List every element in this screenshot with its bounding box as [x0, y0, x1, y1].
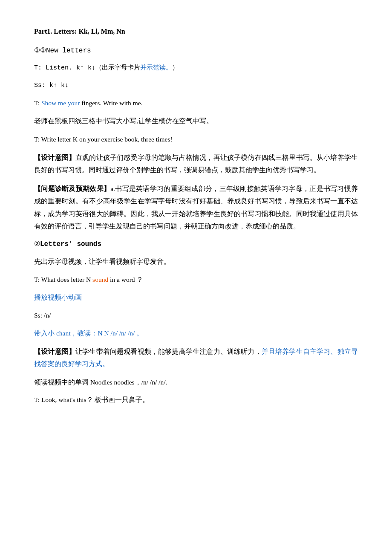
what-does-prefix: T: What does letter N — [34, 276, 92, 283]
design-text-2-prefix: 让学生带着问题观看视频，能够提高学生注意力、训练听力， — [75, 348, 262, 355]
heading-new-letters: ①①New letters — [34, 45, 358, 57]
design-bracket-1: 【设计意图】 — [34, 154, 75, 161]
ss-n-line: Ss: /n/ — [34, 309, 358, 321]
ss-k-text: Ss: k↑ k↓ — [34, 82, 69, 89]
write-letter-k-line: T: Write letter K on your exercise book,… — [34, 133, 358, 145]
t-prefix: T: — [34, 99, 41, 107]
listen-paren-close: ） — [172, 64, 179, 72]
heading-letters-sounds: ②Letters' sounds — [34, 238, 358, 251]
circle-number-1: ① — [34, 47, 40, 55]
what-does-n-sound-line: T: What does letter N sound in a word ？ — [34, 274, 358, 286]
sound-highlight: sound — [92, 276, 108, 283]
show-me-link[interactable]: Show me your — [41, 99, 81, 107]
blackboard-instruction: 老师在黑板四线三格中书写大小写,让学生模仿在空气中写。 — [34, 115, 358, 127]
teacher-listen-line: T: Listen. k↑ k↓（出示字母卡片并示范读。） — [34, 62, 358, 74]
lead-reading-line: 领读视频中的单词 Noodles noodles，/n/ /n/ /n/. — [34, 376, 358, 388]
what-does-suffix: in a word ？ — [108, 276, 143, 283]
chant-line: 带入小 chant，教读：N N /n/ /n/ /n/ 。 — [34, 327, 358, 339]
show-video-line: 先出示字母视频，让学生看视频听字母发音。 — [34, 256, 358, 268]
design-bracket-2: 【设计意图】 — [34, 348, 75, 355]
design-note-2: 【设计意图】让学生带着问题观看视频，能够提高学生注意力、训练听力，并且培养学生自… — [34, 345, 358, 370]
problem-note-1: 【问题诊断及预期效果】a.书写是英语学习的重要组成部分，三年级刚接触英语学习字母… — [34, 182, 358, 233]
fanshi-link[interactable]: 并示范读。 — [140, 64, 172, 72]
letters-sounds-label: Letters' sounds — [40, 240, 101, 248]
design-note-1: 【设计意图】直观的让孩子们感受字母的笔顺与占格情况，再让孩子模仿在四线三格里书写… — [34, 151, 358, 176]
circle-number-2: ② — [34, 240, 40, 248]
problem-bracket-1: 【问题诊断及预期效果】 — [34, 185, 110, 192]
listen-text: T: Listen. k↑ k↓ — [34, 64, 95, 72]
play-video-link[interactable]: 播放视频小动画 — [34, 294, 82, 301]
document-container: Part1. Letters: Kk, Ll, Mm, Nn ①①New let… — [34, 26, 358, 406]
design-text-1: 直观的让孩子们感受字母的笔顺与占格情况，再让孩子模仿在四线三格里书写。从小培养学… — [34, 154, 358, 173]
show-me-line: T: Show me your fingers. Write with me. — [34, 97, 358, 109]
listen-paren-open: （出示字母卡片 — [95, 64, 140, 72]
look-what-line: T: Look, what's this？ 板书画一只鼻子。 — [34, 394, 358, 406]
play-video-line: 播放视频小动画 — [34, 292, 358, 304]
fingers-text: fingers. Write with me. — [81, 99, 142, 107]
ss-k-line: Ss: k↑ k↓ — [34, 80, 358, 91]
part1-title: Part1. Letters: Kk, Ll, Mm, Nn — [34, 26, 358, 38]
